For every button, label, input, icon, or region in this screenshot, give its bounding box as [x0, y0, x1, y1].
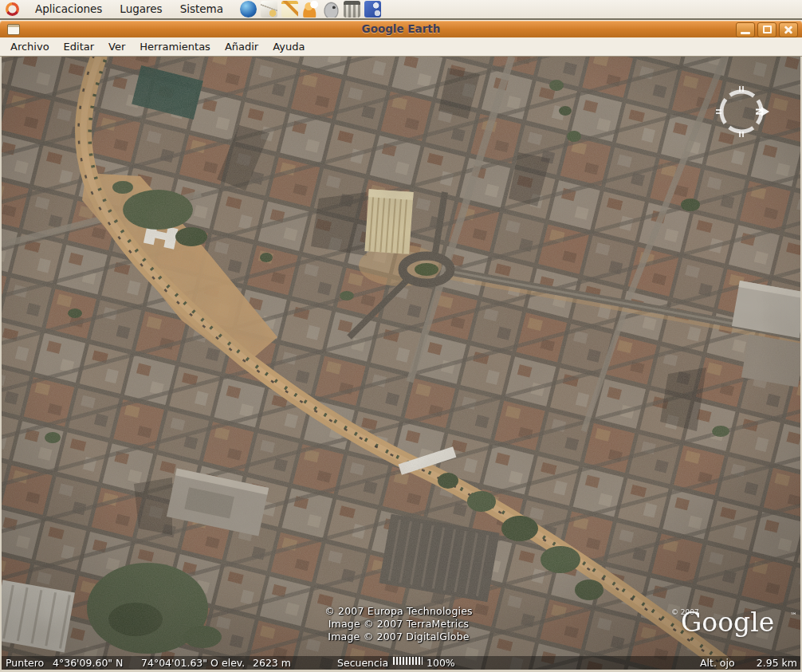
panel-launchers: [240, 1, 381, 18]
streaming-label: Secuencia: [337, 657, 388, 669]
close-button[interactable]: [779, 22, 798, 37]
minimize-button[interactable]: [736, 22, 755, 37]
elevation-value: 2623 m: [253, 657, 291, 669]
menu-editar[interactable]: Editar: [57, 37, 102, 56]
pointer-label: Puntero: [6, 657, 44, 669]
maximize-icon: [763, 26, 772, 33]
menu-ayuda[interactable]: Ayuda: [265, 37, 312, 56]
app-menubar: Archivo Editar Ver Herramientas Añadir A…: [0, 37, 802, 57]
ubuntu-logo-icon[interactable]: [6, 2, 19, 16]
web-browser-icon[interactable]: [240, 1, 257, 18]
pointer-latitude: 4°36'09.60" N: [53, 657, 123, 669]
copyright-line: Image © 2007 TerraMetrics: [324, 618, 473, 631]
minimize-icon: [741, 32, 750, 34]
panel-menu-system[interactable]: Sistema: [171, 0, 232, 18]
copyright-line: © 2007 Europa Technologies: [324, 605, 473, 618]
mouse-icon[interactable]: [323, 1, 340, 18]
menu-archivo[interactable]: Archivo: [3, 37, 57, 56]
window-titlebar[interactable]: Google Earth: [0, 21, 802, 37]
email-icon[interactable]: [261, 1, 277, 18]
window-buttons: [736, 22, 798, 37]
menu-ver[interactable]: Ver: [101, 37, 132, 56]
desktop: Aplicaciones Lugares Sistema Google Eart…: [0, 0, 802, 672]
compass-north-label: N: [753, 108, 764, 115]
window-title: Google Earth: [0, 22, 802, 35]
messenger-icon[interactable]: [302, 1, 319, 18]
eye-altitude-value: 2.95 km: [757, 657, 797, 669]
copyright-line: Image © 2007 DigitalGlobe: [324, 631, 473, 643]
menu-herramientas[interactable]: Herramientas: [132, 37, 218, 56]
trademark-symbol: ™: [790, 611, 797, 619]
calculator-icon[interactable]: [344, 1, 360, 18]
satellite-imagery: [2, 57, 800, 670]
panel-menu-applications[interactable]: Aplicaciones: [26, 0, 111, 18]
notes-icon[interactable]: [281, 1, 298, 18]
earth-3d-view[interactable]: N © 2007 Europa Technologies Image © 200…: [2, 57, 800, 670]
imagery-copyright: © 2007 Europa Technologies Image © 2007 …: [324, 605, 473, 643]
status-bar: Puntero 4°36'09.60" N 74°04'01.63" O ele…: [2, 656, 800, 670]
google-logo: Google: [681, 607, 774, 638]
maximize-button[interactable]: [757, 22, 776, 37]
eye-altitude-label: Alt. ojo: [700, 657, 735, 669]
compass-navigation[interactable]: N: [711, 81, 772, 142]
window-edge-left: [0, 57, 2, 672]
streaming-percent: 100%: [427, 657, 455, 669]
panel-menu-places[interactable]: Lugares: [111, 0, 171, 18]
streaming-bars-icon: [393, 657, 423, 665]
package-manager-icon[interactable]: [364, 1, 381, 18]
elevation-label: elev.: [222, 657, 245, 669]
pointer-longitude: 74°04'01.63" O: [141, 657, 218, 669]
menu-anadir[interactable]: Añadir: [218, 37, 265, 56]
gnome-panel: Aplicaciones Lugares Sistema: [0, 0, 802, 20]
google-watermark: © 2007 Google ™: [670, 607, 797, 643]
